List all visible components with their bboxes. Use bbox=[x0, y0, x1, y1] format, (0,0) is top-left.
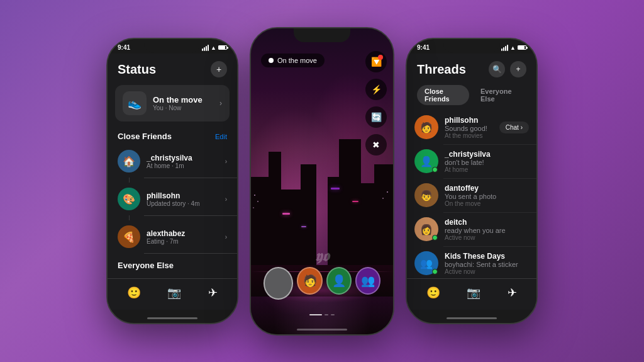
friend-status-1: At home · 1m bbox=[147, 162, 225, 169]
friend-info-1: _christysilva At home · 1m bbox=[147, 154, 225, 169]
thread-sub-4: Active now bbox=[445, 234, 529, 241]
more-button[interactable]: ✖ bbox=[365, 134, 387, 156]
thread-msg-2: don't be late! bbox=[445, 159, 529, 166]
phones-container: 9:41 ▲ Status + 👟 bbox=[106, 0, 538, 362]
flip-button[interactable]: 🔄 bbox=[365, 106, 387, 128]
story-dots bbox=[251, 314, 393, 315]
notch-left bbox=[144, 39, 201, 53]
camera-screen: 𝖞𝖔 On the move 🔽 ⚡ 🔄 ✖ 🧑 👤 bbox=[251, 28, 393, 334]
avatar-friend-2[interactable]: 👤 bbox=[326, 267, 352, 295]
avatar-christysilva: 🏠 bbox=[118, 150, 140, 173]
filter-button[interactable]: 🔽 bbox=[365, 51, 387, 72]
add-thread-button[interactable]: + bbox=[510, 61, 526, 77]
thread-sub-3: On the move bbox=[445, 200, 529, 207]
chat-button-1[interactable]: Chat › bbox=[499, 122, 529, 133]
edit-button[interactable]: Edit bbox=[215, 133, 227, 140]
add-status-button[interactable]: + bbox=[211, 61, 227, 77]
home-indicator-right bbox=[447, 317, 497, 319]
thread-name-2: _christysilva bbox=[445, 150, 529, 159]
win-4 bbox=[387, 191, 388, 193]
battery-right bbox=[518, 45, 526, 50]
header-icons: 🔍 + bbox=[489, 61, 526, 77]
my-status-text: On the move You · Now bbox=[153, 95, 203, 111]
my-status-card[interactable]: 👟 On the move You · Now › bbox=[115, 85, 230, 122]
tab-emoji-left[interactable]: 🙂 bbox=[127, 286, 141, 300]
my-status-sub: You · Now bbox=[153, 105, 203, 111]
friend-item-1[interactable]: 🏠 _christysilva At home · 1m › bbox=[108, 145, 237, 178]
filter-dot bbox=[378, 55, 383, 60]
tag-overlay: 𝖞𝖔 bbox=[315, 247, 329, 265]
thread-item-3[interactable]: 👦 dantoffey You sent a photo On the move bbox=[407, 178, 536, 212]
thread-sub-1: At the movies bbox=[445, 132, 493, 139]
search-button[interactable]: 🔍 bbox=[489, 61, 505, 77]
wifi-icon-right: ▲ bbox=[510, 45, 516, 51]
tab-bar-left: 🙂 📷 ✈ bbox=[108, 278, 237, 310]
thread-msg-4: ready when you are bbox=[445, 227, 529, 234]
everyone-else-label: Everyone Else bbox=[118, 261, 174, 270]
win-5 bbox=[382, 198, 384, 199]
thread-msg-3: You sent a photo bbox=[445, 193, 529, 200]
story-dot-2 bbox=[325, 314, 328, 315]
phone-middle: 𝖞𝖔 On the move 🔽 ⚡ 🔄 ✖ 🧑 👤 bbox=[250, 27, 394, 336]
notch-right bbox=[443, 39, 500, 53]
signal-bar-3 bbox=[206, 46, 207, 51]
effects-button[interactable]: ⚡ bbox=[365, 79, 387, 100]
thread-msg-1: Sounds good! bbox=[445, 125, 493, 132]
thread-item-2[interactable]: 👤 _christysilva don't be late! At home bbox=[407, 144, 536, 178]
friend-item-2[interactable]: 🎨 phillsohn Updated story · 4m › bbox=[108, 183, 237, 215]
friend-name-2: phillsohn bbox=[147, 191, 225, 200]
home-indicator-middle bbox=[297, 329, 347, 331]
friend-name-3: alexthabez bbox=[147, 229, 225, 238]
story-pill[interactable]: On the move bbox=[261, 54, 325, 67]
thread-item-4[interactable]: 👩 deitch ready when you are Active now bbox=[407, 212, 536, 246]
win-3 bbox=[253, 207, 254, 208]
thread-info-2: _christysilva don't be late! At home bbox=[445, 150, 529, 173]
avatar-friend-3[interactable]: 👥 bbox=[355, 267, 380, 295]
screen-left: Status + 👟 On the move You · Now › Close… bbox=[108, 54, 237, 310]
my-status-left: 👟 On the move You · Now bbox=[123, 91, 203, 115]
sig-r-1 bbox=[501, 48, 502, 51]
sig-r-2 bbox=[503, 47, 504, 51]
bottom-avatars: 🧑 👤 👥 bbox=[251, 267, 393, 300]
thread-line-1 bbox=[129, 178, 130, 183]
thread-sub-5: Active now bbox=[445, 268, 529, 275]
thread-sub-2: At home bbox=[445, 166, 529, 173]
tab-send-right[interactable]: ✈ bbox=[508, 286, 517, 300]
thread-info-1: phillsohn Sounds good! At the movies bbox=[445, 116, 493, 139]
friend-info-2: phillsohn Updated story · 4m bbox=[147, 191, 225, 207]
sig-r-4 bbox=[507, 45, 508, 51]
thread-name-4: deitch bbox=[445, 218, 529, 227]
tab-camera-left[interactable]: 📷 bbox=[167, 286, 181, 300]
tab-send-left[interactable]: ✈ bbox=[208, 286, 218, 300]
thread-item-1[interactable]: 🧑 phillsohn Sounds good! At the movies C… bbox=[407, 110, 536, 144]
avatar-friend-1[interactable]: 🧑 bbox=[297, 267, 322, 295]
friend-chevron-2: › bbox=[225, 196, 227, 203]
thread-avatar-5: 👥 bbox=[414, 251, 438, 275]
time-left: 9:41 bbox=[118, 44, 130, 51]
avatar-self[interactable] bbox=[264, 267, 293, 300]
my-status-chevron: › bbox=[219, 99, 222, 108]
tabs-row: Close Friends Everyone Else bbox=[407, 82, 536, 110]
thread-info-4: deitch ready when you are Active now bbox=[445, 218, 529, 241]
neon-4 bbox=[331, 188, 340, 189]
notch-middle bbox=[294, 28, 350, 42]
friend-name-1: _christysilva bbox=[147, 154, 225, 162]
tab-bar-right: 🙂 📷 ✈ bbox=[407, 278, 536, 310]
tab-camera-right[interactable]: 📷 bbox=[467, 286, 480, 300]
sneaker-icon: 👟 bbox=[123, 91, 147, 115]
thread-avatar-4: 👩 bbox=[414, 217, 438, 241]
story-dot-active bbox=[309, 314, 322, 315]
thread-item-5[interactable]: 👥 Kids These Days boyhachi: Sent a stick… bbox=[407, 246, 536, 280]
neon-3 bbox=[352, 201, 358, 202]
win-1 bbox=[254, 195, 255, 196]
story-dot-3 bbox=[331, 314, 335, 315]
tab-close-friends[interactable]: Close Friends bbox=[417, 85, 469, 105]
home-indicator-left bbox=[147, 317, 197, 319]
friend-item-3[interactable]: 🍕 alexthabez Eating · 7m › bbox=[108, 220, 237, 253]
story-label: On the move bbox=[277, 57, 317, 64]
online-dot-5 bbox=[432, 269, 438, 274]
close-friends-header: Close Friends Edit bbox=[108, 129, 237, 145]
close-friends-label: Close Friends bbox=[118, 132, 172, 141]
tab-emoji-right[interactable]: 🙂 bbox=[426, 286, 440, 300]
tab-everyone-else[interactable]: Everyone Else bbox=[473, 85, 526, 105]
